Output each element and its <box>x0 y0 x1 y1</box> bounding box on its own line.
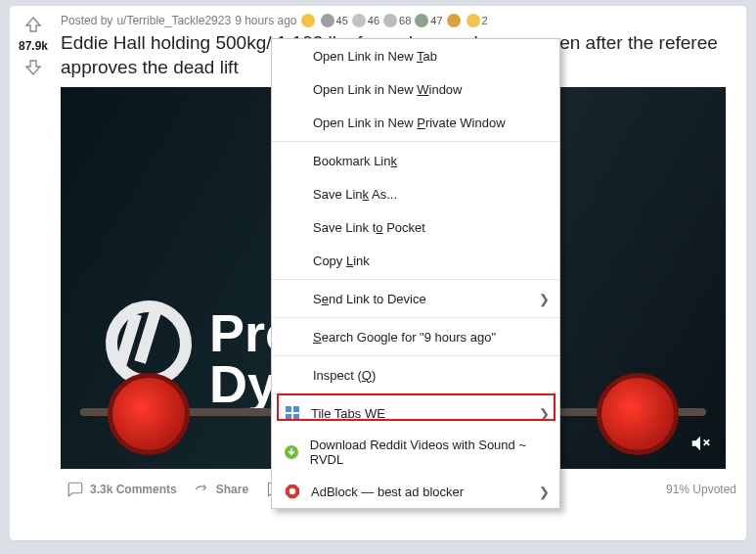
award-badge[interactable]: 46 <box>352 14 379 27</box>
context-menu-item[interactable]: Bookmark Link <box>272 144 559 177</box>
svg-rect-4 <box>293 414 299 420</box>
post-score: 87.9k <box>19 39 48 53</box>
menu-item-label: Download Reddit Videos with Sound ~ RVDL <box>310 438 546 467</box>
share-label: Share <box>216 483 248 496</box>
context-menu-item[interactable]: Search Google for "9 hours ago" <box>272 320 559 353</box>
context-menu-item[interactable]: Save Link to Pocket <box>272 210 559 244</box>
context-menu-item[interactable]: Open Link in New Private Window <box>272 106 559 139</box>
comments-button[interactable]: 3.3k Comments <box>61 477 183 502</box>
menu-separator <box>272 141 559 142</box>
downvote-button[interactable] <box>22 57 44 78</box>
menu-item-label: Open Link in New Tab <box>313 49 437 64</box>
menu-item-label: Send Link to Device <box>313 292 426 306</box>
context-menu-item[interactable]: Save Link As... <box>272 177 559 210</box>
context-menu-item[interactable]: Tile Tabs WE❯ <box>272 396 559 430</box>
menu-item-label: Inspect (Q) <box>313 368 376 383</box>
chevron-right-icon: ❯ <box>539 292 550 306</box>
context-menu-item[interactable]: Download Reddit Videos with Sound ~ RVDL <box>272 430 559 475</box>
post-time[interactable]: 9 hours ago <box>235 14 296 27</box>
svg-rect-1 <box>286 406 291 412</box>
menu-separator <box>272 355 559 356</box>
author-link[interactable]: u/Terrible_Tackle2923 <box>116 14 231 27</box>
svg-rect-3 <box>286 414 291 420</box>
award-badge[interactable]: 45 <box>321 14 348 27</box>
svg-point-7 <box>289 488 295 494</box>
chevron-right-icon: ❯ <box>539 406 550 421</box>
award-badge[interactable]: 2 <box>467 14 488 27</box>
upvote-ratio: 91% Upvoted <box>666 483 736 496</box>
weight-plate <box>597 373 679 455</box>
menu-item-label: Save Link As... <box>313 187 397 202</box>
upvote-button[interactable] <box>22 14 44 35</box>
context-menu: Open Link in New TabOpen Link in New Win… <box>271 38 560 509</box>
award-badge[interactable] <box>301 14 317 27</box>
comments-label: 3.3k Comments <box>90 483 177 496</box>
menu-item-label: Save Link to Pocket <box>313 220 425 235</box>
weight-plate <box>108 373 190 455</box>
menu-separator <box>272 393 559 394</box>
context-menu-item[interactable]: Open Link in New Tab <box>272 39 559 72</box>
menu-item-label: Search Google for "9 hours ago" <box>313 330 496 345</box>
award-badge[interactable] <box>447 14 463 27</box>
menu-separator <box>272 279 559 280</box>
menu-item-label: Open Link in New Window <box>313 82 462 97</box>
context-menu-item[interactable]: Send Link to Device❯ <box>272 282 559 315</box>
post-meta: Posted by u/Terrible_Tackle2923 9 hours … <box>61 14 736 27</box>
posted-by-label: Posted by <box>61 14 112 27</box>
share-button[interactable]: Share <box>187 477 254 502</box>
menu-item-label: Copy Link <box>313 254 370 268</box>
menu-item-label: AdBlock — best ad blocker <box>311 485 464 499</box>
award-badge[interactable]: 47 <box>415 14 442 27</box>
menu-separator <box>272 317 559 318</box>
menu-item-label: Open Link in New Private Window <box>313 115 506 130</box>
context-menu-item[interactable]: AdBlock — best ad blocker❯ <box>272 475 559 508</box>
menu-item-label: Bookmark Link <box>313 154 397 168</box>
menu-item-label: Tile Tabs WE <box>311 406 385 421</box>
context-menu-item[interactable]: Inspect (Q) <box>272 358 559 392</box>
vote-column: 87.9k <box>10 6 57 540</box>
context-menu-item[interactable]: Open Link in New Window <box>272 72 559 106</box>
chevron-right-icon: ❯ <box>539 485 550 499</box>
svg-rect-2 <box>293 406 299 412</box>
award-badge[interactable]: 68 <box>383 14 411 27</box>
grid-icon <box>284 404 301 422</box>
adblock-icon <box>284 483 301 500</box>
mute-button[interactable] <box>687 430 714 457</box>
context-menu-item[interactable]: Copy Link <box>272 244 559 277</box>
rvdl-icon <box>284 443 300 461</box>
